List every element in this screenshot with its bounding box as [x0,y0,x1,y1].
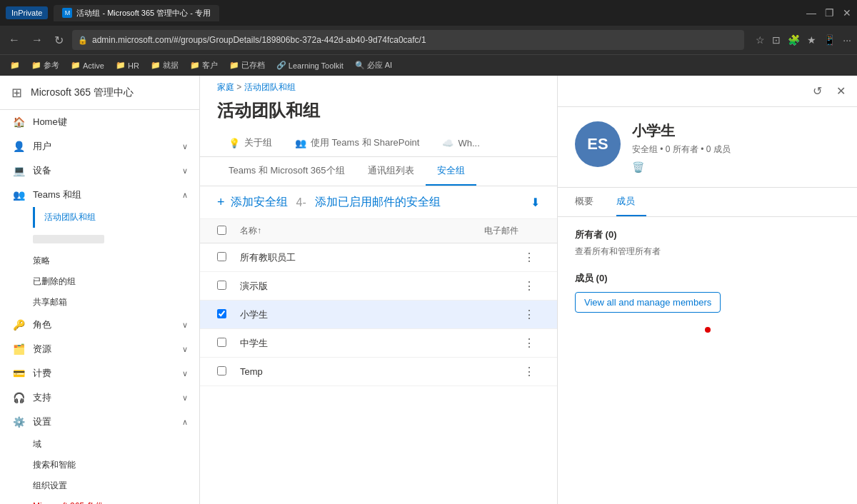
breadcrumb-home[interactable]: 家庭 [217,82,234,92]
row-check-5[interactable] [217,366,240,378]
panel-refresh-button[interactable]: ↺ [810,81,825,101]
table-row[interactable]: 中学生 ⋮ [200,329,557,358]
tab-teams-sharepoint[interactable]: 👥 使用 Teams 和 SharePoint [284,131,431,156]
delete-icon[interactable]: 🗑️ [632,161,644,173]
maximize-icon[interactable]: ❐ [825,7,834,19]
sidebar-item-roles-label: 角色 [33,318,175,331]
select-all-checkbox[interactable] [217,226,226,235]
panel-tab-overview[interactable]: 概要 [575,188,605,216]
star-icon[interactable]: ☆ [756,34,765,46]
tab-about[interactable]: 💡 关于组 [217,131,284,156]
row-more-1[interactable]: ⋮ [518,251,540,264]
panel-tab-members[interactable]: 成员 [616,188,646,216]
sidebar-sub-backup[interactable]: Microsoft 365 备份 [33,496,199,504]
add-email-security-group-button[interactable]: 添加已启用邮件的安全组 [315,195,441,210]
sidebar-item-settings[interactable]: ⚙️ 设置 ∧ [0,410,199,434]
sidebar-item-devices[interactable]: 💻 设备 ∨ [0,158,199,183]
row-name-1: 所有教职员工 [240,251,376,264]
table-row[interactable]: 所有教职员工 ⋮ [200,243,557,272]
row-check-3[interactable] [217,309,240,321]
favorites-icon[interactable]: ★ [807,34,816,46]
row-check-4[interactable] [217,338,240,349]
apps-grid-icon[interactable]: ⊞ [11,85,22,101]
menu-icon[interactable]: ··· [843,34,851,46]
sidebar-item-billing[interactable]: 💳 计费 ∨ [0,361,199,385]
sidebar-item-roles[interactable]: 🔑 角色 ∨ [0,313,199,337]
sidebar-item-devices-label: 设备 [33,164,175,177]
table-row[interactable]: Temp ⋮ [200,358,557,386]
bookmark-active[interactable]: 📁 Active [66,59,109,72]
sidebar-item-users[interactable]: 👤 用户 ∨ [0,134,199,158]
row-more-5[interactable]: ⋮ [518,365,540,378]
row-check-2[interactable] [217,281,240,292]
row-name-5: Temp [240,366,376,377]
forward-button[interactable]: → [29,31,46,49]
row-more-4[interactable]: ⋮ [518,336,540,350]
tab-security-group[interactable]: 安全组 [426,157,476,186]
sidebar-sub-search[interactable]: 搜索和智能 [33,455,199,475]
table-row[interactable]: 演示版 ⋮ [200,272,557,301]
header-name[interactable]: 名称↑ [240,225,376,237]
tab-teams-m365[interactable]: Teams 和 Microsoft 365个组 [217,157,356,186]
group-info: 小学生 安全组 • 0 所有者 • 0 成员 🗑️ [632,121,840,173]
bookmark-yicuncun[interactable]: 📁 已存档 [225,58,269,73]
download-icon[interactable]: ⬇ [531,196,540,209]
sidebar-item-resources[interactable]: 🗂️ 资源 ∨ [0,337,199,361]
back-button[interactable]: ← [6,31,23,49]
row-checkbox-3[interactable] [217,309,226,318]
sidebar-sub-deleted[interactable]: 已删除的组 [33,271,199,292]
url-bar[interactable]: 🔒 admin.microsoft.com/#/groups/GroupDeta… [72,30,744,50]
add-security-group-button[interactable]: 添加安全组 [231,195,288,210]
manage-members-link[interactable]: View all and manage members [575,292,721,313]
sidebar-sub-shared[interactable]: 共享邮箱 [33,292,199,313]
row-checkbox-5[interactable] [217,366,226,376]
row-name-2: 演示版 [240,280,376,293]
panel-close-button[interactable]: ✕ [833,81,848,101]
sidebar-sub-domain[interactable]: 域 [33,434,199,455]
sidebar-item-support[interactable]: 🎧 支持 ∨ [0,385,199,410]
inprivate-badge: InPrivate [6,6,48,19]
row-checkbox-1[interactable] [217,252,226,261]
tab-wh[interactable]: ☁️ Wh... [431,131,491,156]
sidebar-item-home[interactable]: 🏠 Home键 [0,110,199,134]
dot-indicator [705,327,711,333]
table-area: + 添加安全组 4- 添加已启用邮件的安全组 ⬇ 名称↑ 电子邮件 [200,186,557,504]
row-more-2[interactable]: ⋮ [518,279,540,293]
bookmark-bingai[interactable]: 🔍 必应 AI [351,58,396,73]
extensions-icon[interactable]: 🧩 [788,34,800,46]
bookmark-juju[interactable]: 📁 就据 [146,58,183,73]
content-top: 家庭 > 活动团队和组 活动团队和组 💡 关于组 👥 使用 Teams 和 Sh… [200,76,557,157]
row-check-1[interactable] [217,252,240,263]
phone-icon[interactable]: 📱 [823,34,836,46]
sidebar-sub-active-groups[interactable]: 活动团队和组 [33,207,199,228]
sidebar-sub-policy[interactable]: 策略 [33,251,199,271]
row-checkbox-2[interactable] [217,281,226,290]
bookmark-参考[interactable]: 📁 参考 [27,58,64,73]
refresh-button[interactable]: ↻ [51,31,66,50]
lock-icon: 🔒 [78,36,88,45]
resources-icon: 🗂️ [11,343,26,355]
close-icon[interactable]: ✕ [843,7,851,19]
sidebar-sub-teams-foe[interactable] [33,228,199,251]
sidebar-sub-org[interactable]: 组织设置 [33,475,199,496]
split-icon[interactable]: ⊡ [772,34,781,46]
sidebar-item-teams[interactable]: 👥 Teams 和组 ∧ [0,183,199,207]
row-name-4: 中学生 [240,337,376,350]
bookmark-learning[interactable]: 🔗 Learning Toolkit [272,59,348,72]
bookmark-hr[interactable]: 📁 HR [111,59,144,72]
tab-mailing-list[interactable]: 通讯组列表 [356,157,426,186]
minimize-icon[interactable]: — [806,7,816,19]
owners-manage-link[interactable]: 查看所有和管理所有者 [575,246,840,258]
owners-section: 所有者 (0) 查看所有和管理所有者 [575,228,840,258]
bookmark-kehu[interactable]: 📁 客户 [186,58,222,73]
address-bar: ← → ↻ 🔒 admin.microsoft.com/#/groups/Gro… [0,26,857,54]
sidebar-item-settings-label: 设置 [33,415,175,428]
row-checkbox-4[interactable] [217,338,226,347]
header-email: 电子邮件 [376,225,518,237]
table-header: 名称↑ 电子邮件 [200,219,557,243]
breadcrumb-groups[interactable]: 活动团队和组 [244,82,296,92]
row-more-3[interactable]: ⋮ [518,308,540,321]
sidebar-sub-settings: 域 搜索和智能 组织设置 Microsoft 365 备份 [0,434,199,504]
browser-tab[interactable]: M 活动组 - Microsoft 365 管理中心 - 专用 [54,5,219,21]
table-row[interactable]: 小学生 ⋮ [200,301,557,329]
